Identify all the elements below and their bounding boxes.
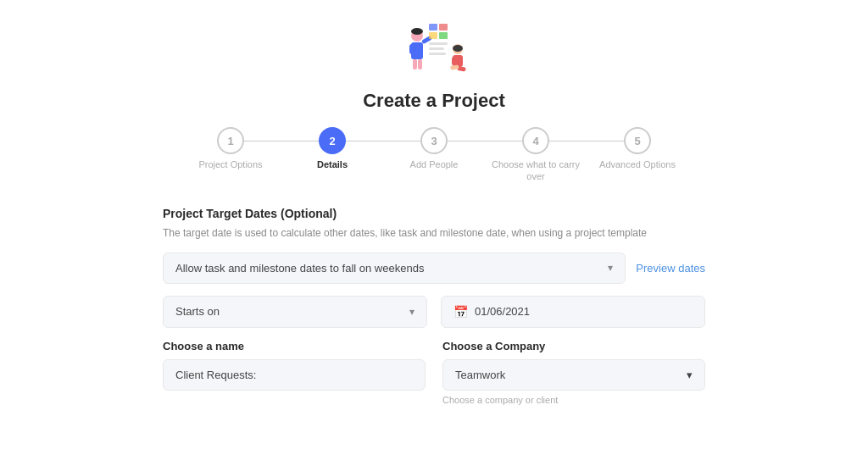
step-3-circle: 3 [420, 127, 448, 154]
svg-rect-3 [418, 44, 423, 54]
preview-dates-link[interactable]: Preview dates [636, 262, 705, 275]
weekends-dropdown[interactable]: Allow task and milestone dates to fall o… [163, 252, 626, 284]
step-5-label: Advanced Options [599, 158, 676, 170]
step-3[interactable]: 3 Add People [383, 127, 485, 170]
company-field-group: Choose a Company Teamwork ▾ Choose a com… [442, 340, 705, 405]
step-4[interactable]: 4 Choose what to carry over [485, 127, 587, 183]
step-5[interactable]: 5 Advanced Options [587, 127, 688, 170]
starts-on-dropdown[interactable]: Starts on ▾ [163, 296, 427, 328]
step-4-circle: 4 [522, 127, 549, 154]
weekends-dropdown-label: Allow task and milestone dates to fall o… [175, 262, 424, 275]
stepper: 1 Project Options 2 Details 3 Add People… [180, 127, 688, 183]
calendar-icon: 📅 [453, 305, 468, 319]
svg-rect-13 [429, 47, 444, 50]
svg-rect-10 [429, 32, 437, 39]
step-1[interactable]: 1 Project Options [180, 127, 281, 170]
svg-rect-18 [452, 57, 456, 65]
svg-rect-11 [439, 32, 448, 39]
section-description: The target date is used to calculate oth… [163, 225, 705, 241]
step-3-label: Add People [410, 158, 459, 170]
svg-rect-14 [429, 53, 446, 55]
name-company-row: Choose a name Choose a Company Teamwork … [163, 340, 705, 405]
weekends-row: Allow task and milestone dates to fall o… [163, 252, 705, 284]
step-5-circle: 5 [624, 127, 651, 154]
starts-on-label: Starts on [175, 305, 220, 318]
page-wrapper: Create a Project 1 Project Options 2 Det… [0, 8, 868, 466]
svg-rect-9 [439, 24, 448, 31]
weekends-chevron-icon: ▾ [608, 262, 613, 274]
step-1-label: Project Options [198, 158, 262, 170]
svg-rect-5 [418, 59, 422, 69]
company-label: Choose a Company [442, 340, 705, 352]
starts-on-row: Starts on ▾ 📅 01/06/2021 [163, 296, 705, 328]
company-chevron-icon: ▾ [687, 369, 693, 381]
step-4-label: Choose what to carry over [485, 158, 587, 183]
svg-rect-8 [429, 24, 437, 31]
starts-on-chevron-icon: ▾ [409, 306, 415, 318]
step-2-label: Details [317, 158, 348, 170]
name-label: Choose a name [163, 340, 426, 352]
header-illustration [392, 17, 476, 85]
step-2-circle: 2 [319, 127, 346, 154]
company-dropdown[interactable]: Teamwork ▾ [442, 359, 705, 391]
section-title: Project Target Dates (Optional) [163, 207, 705, 220]
company-value: Teamwork [455, 369, 505, 381]
svg-rect-4 [413, 59, 417, 69]
date-field[interactable]: 📅 01/06/2021 [441, 296, 705, 328]
date-value: 01/06/2021 [475, 305, 530, 318]
main-form: Project Target Dates (Optional) The targ… [163, 207, 705, 410]
name-input[interactable] [163, 359, 426, 391]
svg-rect-12 [429, 42, 448, 45]
step-1-circle: 1 [217, 127, 244, 154]
company-hint: Choose a company or client [442, 395, 705, 405]
svg-point-16 [453, 45, 463, 52]
svg-rect-2 [409, 44, 415, 54]
svg-point-6 [411, 28, 423, 35]
step-2[interactable]: 2 Details [281, 127, 383, 170]
page-title: Create a Project [363, 90, 505, 112]
name-field-group: Choose a name [163, 340, 426, 405]
